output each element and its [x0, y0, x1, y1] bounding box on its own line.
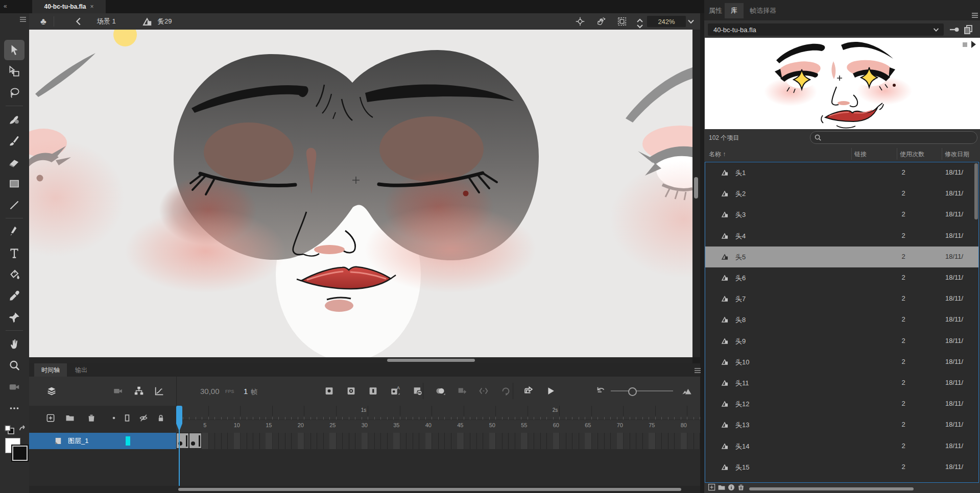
frame-cell[interactable]	[489, 433, 496, 449]
breadcrumb-symbol[interactable]: 夤29	[158, 13, 172, 30]
frame-cell[interactable]	[566, 433, 573, 449]
document-tab[interactable]: 40-bc-tu-ba.fla ×	[32, 0, 106, 13]
library-item-row[interactable]: 头1 2 18/11/	[705, 162, 978, 183]
preview-stop-button[interactable]	[963, 42, 967, 47]
frame-cell[interactable]	[483, 433, 490, 449]
frame-cell[interactable]	[528, 433, 535, 449]
insert-blank-keyframe-button[interactable]	[345, 385, 357, 397]
frame-cell[interactable]	[636, 433, 643, 449]
reset-timeline-zoom-button[interactable]	[595, 385, 607, 397]
delete-item-button[interactable]	[737, 483, 746, 492]
camera-button[interactable]	[112, 385, 124, 397]
camera-tool-icon[interactable]	[4, 377, 25, 397]
frame-cell[interactable]	[579, 433, 586, 449]
frame-cell[interactable]	[380, 433, 388, 449]
timeline-panel-menu-icon[interactable]	[694, 367, 701, 374]
rotate-stage-icon[interactable]	[595, 13, 606, 30]
frame-ruler[interactable]: 51015202530354045505560657075801s2s	[176, 406, 700, 433]
insert-keyframe-button[interactable]	[323, 385, 336, 397]
tab-frame-picker[interactable]: 帧选择器	[750, 6, 776, 15]
tab-properties[interactable]: 属性	[709, 6, 722, 15]
frame-cell[interactable]	[534, 433, 541, 449]
preview-play-button[interactable]	[971, 41, 976, 48]
lasso-tool-icon[interactable]	[4, 83, 25, 103]
new-symbol-button[interactable]	[708, 483, 717, 492]
frame-cell[interactable]	[355, 433, 362, 449]
new-library-panel-icon[interactable]	[964, 24, 973, 35]
frame-cell[interactable]	[336, 433, 343, 449]
keyframe-span[interactable]	[176, 433, 189, 449]
frame-cell[interactable]	[642, 433, 650, 449]
frame-cell[interactable]	[368, 433, 375, 449]
column-modified[interactable]: 修改日期	[945, 150, 969, 159]
play-button[interactable]	[544, 385, 557, 397]
loop-playback-button[interactable]	[522, 385, 535, 397]
current-frame-value[interactable]: 1	[244, 387, 248, 396]
column-name[interactable]: 名称 ↑	[709, 150, 726, 159]
frame-grid[interactable]	[176, 433, 700, 449]
frame-cell[interactable]	[610, 433, 617, 449]
frame-cell[interactable]	[502, 433, 509, 449]
selection-tool-icon[interactable]	[4, 40, 25, 60]
frame-cell[interactable]	[559, 433, 566, 449]
add-layer-button[interactable]	[45, 413, 57, 424]
auto-keyframe-button[interactable]: A	[389, 385, 401, 397]
frame-cell[interactable]	[278, 433, 285, 449]
swap-colors-icon[interactable]	[18, 425, 27, 433]
frame-cell[interactable]	[406, 433, 413, 449]
frame-cell[interactable]	[451, 433, 458, 449]
library-scrollbar-thumb[interactable]	[974, 163, 978, 219]
hand-tool-icon[interactable]	[4, 334, 25, 354]
library-horizontal-scrollbar-thumb[interactable]	[749, 487, 914, 490]
fluid-brush-tool-icon[interactable]	[4, 109, 25, 130]
layers-button[interactable]	[45, 385, 58, 397]
frame-cell[interactable]	[515, 433, 522, 449]
library-item-row[interactable]: 头12 2 18/11/	[705, 393, 978, 414]
frame-cell[interactable]	[597, 433, 605, 449]
eraser-tool-icon[interactable]	[4, 152, 25, 172]
frame-cell[interactable]	[630, 433, 637, 449]
lock-column-button[interactable]	[156, 413, 167, 424]
column-linkage[interactable]: 链接	[854, 150, 867, 159]
text-tool-icon[interactable]	[4, 243, 25, 263]
frame-cell[interactable]	[585, 433, 592, 449]
frame-cell[interactable]	[374, 433, 381, 449]
frame-cell[interactable]	[668, 433, 675, 449]
library-item-row[interactable]: 头11 2 18/11/	[705, 373, 978, 393]
library-item-row[interactable]: 头8 2 18/11/	[705, 309, 978, 330]
frame-cell[interactable]	[400, 433, 407, 449]
new-folder-button[interactable]	[718, 483, 727, 492]
frame-cell[interactable]	[546, 433, 554, 449]
stage-canvas[interactable]	[29, 30, 692, 357]
tab-library[interactable]: 库	[725, 3, 744, 18]
fps-value[interactable]: 30,00	[200, 387, 220, 396]
frame-cell[interactable]	[419, 433, 426, 449]
library-item-row[interactable]: 头3 2 18/11/	[705, 204, 978, 225]
frame-cell[interactable]	[444, 433, 451, 449]
frame-cell[interactable]	[476, 433, 484, 449]
frame-cell[interactable]	[227, 433, 234, 449]
tab-timeline[interactable]: 时间轴	[34, 363, 67, 377]
zoom-tool-icon[interactable]	[4, 355, 25, 376]
collapse-left-icon[interactable]: «	[4, 3, 7, 10]
frame-cell[interactable]	[413, 433, 420, 449]
frame-cell[interactable]	[317, 433, 324, 449]
frame-cell[interactable]	[234, 433, 241, 449]
back-arrow-icon[interactable]	[73, 13, 84, 30]
frame-cell[interactable]	[649, 433, 656, 449]
frame-cell[interactable]	[591, 433, 599, 449]
pen-tool-icon[interactable]	[4, 221, 25, 242]
frame-cell[interactable]	[687, 433, 694, 449]
frame-cell[interactable]	[393, 433, 400, 449]
library-item-row[interactable]: 头4 2 18/11/	[705, 226, 978, 246]
frame-cell[interactable]	[470, 433, 477, 449]
layer-name[interactable]: 图层_1	[68, 436, 88, 446]
layer-color-indicator[interactable]	[126, 436, 130, 446]
scrollbar-thumb[interactable]	[178, 488, 681, 491]
frame-cell[interactable]	[202, 433, 209, 449]
canvas-vertical-scrollbar[interactable]	[692, 30, 700, 357]
frame-cell[interactable]	[681, 433, 688, 449]
layer-row[interactable]: 图层_1	[29, 433, 176, 449]
tab-output[interactable]: 输出	[68, 363, 94, 377]
add-folder-button[interactable]	[65, 413, 76, 424]
